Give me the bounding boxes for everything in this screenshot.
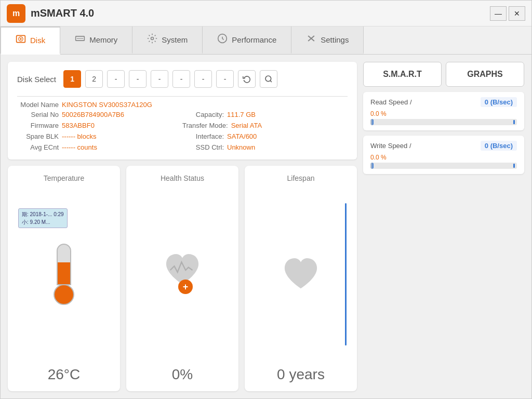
bottom-cards: Temperature 期: 2018-1-... 0:29 小: 9.20 M… bbox=[8, 166, 357, 391]
disk-button-6[interactable]: - bbox=[172, 70, 190, 88]
lifespan-visual bbox=[250, 188, 352, 361]
disk-select-label: Disk Select bbox=[17, 75, 56, 84]
smart-button[interactable]: S.M.A.R.T bbox=[363, 62, 442, 87]
write-title-row: Write Speed / 0 (B/sec) bbox=[370, 141, 517, 151]
temp-overlay: 期: 2018-1-... 0:29 小: 9.20 M... bbox=[18, 208, 68, 228]
left-panel: Disk Select 1 2 - - - - - - bbox=[8, 62, 357, 391]
read-speed-pct: 0.0 % bbox=[370, 110, 517, 117]
tab-memory-label: Memory bbox=[89, 35, 117, 44]
disk-button-1[interactable]: 1 bbox=[63, 70, 81, 88]
write-progress-bar bbox=[370, 163, 517, 169]
capacity-row: Capacity: 111.7 GB bbox=[182, 111, 348, 118]
temp-card-title: Temperature bbox=[44, 174, 85, 182]
disk-button-7[interactable]: - bbox=[194, 70, 212, 88]
tab-settings[interactable]: Settings bbox=[291, 26, 364, 54]
disk-selector-row: Disk Select 1 2 - - - - - - bbox=[17, 70, 348, 88]
write-speed-pct: 0.0 % bbox=[370, 154, 517, 161]
health-plus-icon: + bbox=[178, 280, 193, 294]
read-speed-title: Read Speed / bbox=[370, 98, 412, 106]
spare-value: ------ blocks bbox=[62, 132, 96, 140]
read-progress-fill bbox=[370, 119, 374, 125]
tab-system-label: System bbox=[162, 35, 188, 44]
therm-body bbox=[57, 244, 71, 285]
write-speed-card: Write Speed / 0 (B/sec) 0.0 % bbox=[363, 136, 524, 174]
transfer-label: Transfer Mode: bbox=[182, 122, 228, 129]
thermometer bbox=[54, 244, 74, 305]
model-value: KINGSTON SV300S37A120G bbox=[62, 101, 152, 109]
tab-disk-label: Disk bbox=[30, 36, 45, 45]
interface-row: Interface: SATA/600 bbox=[182, 132, 348, 140]
read-progress-bar bbox=[370, 119, 517, 125]
lifespan-card-title: Lifespan bbox=[287, 174, 315, 182]
system-tab-icon bbox=[147, 33, 157, 46]
main-window: m mSMART 4.0 — ✕ Disk Memory System bbox=[0, 0, 532, 399]
lifespan-card: Lifespan 0 years bbox=[245, 166, 357, 391]
title-bar: m mSMART 4.0 — ✕ bbox=[1, 1, 531, 26]
disk-tab-icon bbox=[16, 34, 26, 47]
interface-label: Interface: bbox=[182, 132, 224, 140]
health-card-title: Health Status bbox=[161, 174, 204, 182]
tab-disk[interactable]: Disk bbox=[1, 26, 60, 55]
model-label: Model Name bbox=[17, 101, 59, 109]
tab-performance-label: Performance bbox=[232, 35, 276, 44]
svg-point-9 bbox=[151, 37, 154, 39]
model-row: Model Name KINGSTON SV300S37A120G bbox=[17, 101, 348, 109]
right-panel: S.M.A.R.T GRAPHS Read Speed / 0 (B/sec) … bbox=[363, 62, 524, 391]
app-title: mSMART 4.0 bbox=[31, 7, 490, 19]
disk-info: Model Name KINGSTON SV300S37A120G Serial… bbox=[17, 101, 348, 151]
tab-performance[interactable]: Performance bbox=[203, 26, 291, 54]
serial-row: Serial No 50026B784900A7B6 bbox=[17, 111, 182, 118]
health-value: 0% bbox=[172, 361, 193, 383]
disk-button-5[interactable]: - bbox=[151, 70, 168, 88]
write-progress-indicator bbox=[513, 164, 515, 168]
minimize-button[interactable]: — bbox=[490, 6, 507, 21]
avg-label: Avg ECnt bbox=[17, 143, 59, 151]
temperature-visual: 期: 2018-1-... 0:29 小: 9.20 M... bbox=[13, 188, 115, 361]
disk-button-4[interactable]: - bbox=[129, 70, 147, 88]
serial-label: Serial No bbox=[17, 111, 59, 118]
transfer-value: Serial ATA bbox=[231, 122, 262, 129]
therm-fill bbox=[58, 262, 70, 284]
firmware-row: Firmware 583ABBF0 bbox=[17, 122, 182, 129]
read-speed-value: 0 (B/sec) bbox=[481, 97, 517, 107]
disk-selector-card: Disk Select 1 2 - - - - - - bbox=[8, 62, 357, 159]
settings-tab-icon bbox=[306, 33, 316, 46]
firmware-label: Firmware bbox=[17, 122, 59, 129]
ssd-ctrl-label: SSD Ctrl: bbox=[182, 143, 224, 151]
read-title-row: Read Speed / 0 (B/sec) bbox=[370, 97, 517, 107]
capacity-value: 111.7 GB bbox=[227, 111, 256, 118]
refresh-button[interactable] bbox=[238, 70, 256, 88]
disk-button-2[interactable]: 2 bbox=[85, 70, 103, 88]
lifespan-graph-bar bbox=[345, 203, 347, 345]
smart-graphs-row: S.M.A.R.T GRAPHS bbox=[363, 62, 524, 87]
avg-value: ------ counts bbox=[62, 143, 97, 151]
temp-value: 26°C bbox=[48, 361, 81, 383]
write-progress-fill bbox=[370, 163, 374, 169]
svg-point-2 bbox=[20, 38, 21, 39]
close-button[interactable]: ✕ bbox=[509, 6, 525, 21]
tab-bar: Disk Memory System Performance Settings bbox=[1, 26, 531, 55]
health-visual: + bbox=[131, 188, 233, 361]
disk-button-8[interactable]: - bbox=[216, 70, 234, 88]
graphs-button[interactable]: GRAPHS bbox=[446, 62, 524, 87]
search-button[interactable] bbox=[260, 70, 277, 88]
read-progress-indicator bbox=[513, 120, 515, 124]
therm-bulb bbox=[54, 284, 74, 305]
firmware-value: 583ABBF0 bbox=[62, 122, 95, 129]
window-controls: — ✕ bbox=[490, 6, 525, 21]
write-speed-title: Write Speed / bbox=[370, 142, 411, 150]
tab-system[interactable]: System bbox=[132, 26, 203, 54]
ssd-ctrl-value: Unknown bbox=[227, 143, 255, 151]
disk-button-3[interactable]: - bbox=[107, 70, 125, 88]
spare-row: Spare BLK ------ blocks bbox=[17, 132, 182, 140]
spare-label: Spare BLK bbox=[17, 132, 59, 140]
transfer-row: Transfer Mode: Serial ATA bbox=[182, 122, 348, 129]
main-content: Disk Select 1 2 - - - - - - bbox=[1, 55, 531, 398]
svg-point-13 bbox=[265, 76, 271, 82]
tab-memory[interactable]: Memory bbox=[60, 26, 132, 54]
interface-value: SATA/600 bbox=[227, 132, 257, 140]
capacity-label: Capacity: bbox=[182, 111, 224, 118]
serial-value: 50026B784900A7B6 bbox=[62, 111, 124, 118]
lifespan-value: 0 years bbox=[277, 361, 325, 383]
write-speed-value: 0 (B/sec) bbox=[481, 141, 517, 151]
